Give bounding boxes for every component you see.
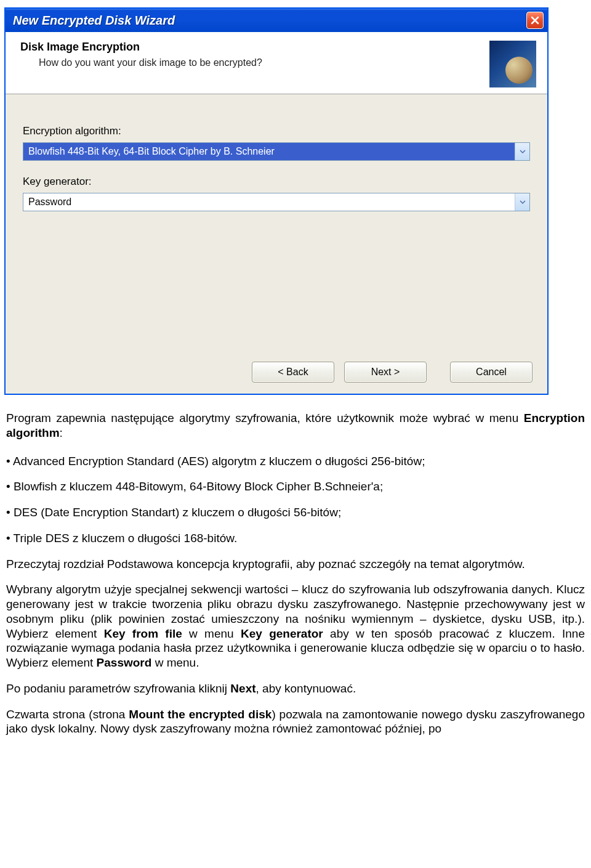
text: Program zapewnia następujące algorytmy s… <box>6 412 524 424</box>
doc-paragraph: Przeczytaj rozdział Podstawowa koncepcja… <box>6 557 585 572</box>
bullet-list: Advanced Encryption Standard (AES) algor… <box>6 454 585 546</box>
list-item: Blowfish z kluczem 448-Bitowym, 64-Bitow… <box>6 479 585 494</box>
keygen-dropdown[interactable]: Password <box>23 193 530 211</box>
next-button[interactable]: Next > <box>344 362 427 383</box>
text: Po podaniu parametrów szyfrowania klikni… <box>6 682 230 695</box>
close-button[interactable] <box>526 12 544 29</box>
wizard-icon <box>489 41 536 87</box>
doc-intro: Program zapewnia następujące algorytmy s… <box>6 411 585 440</box>
titlebar: New Encrypted Disk Wizard <box>6 9 547 32</box>
doc-paragraph: Wybrany algorytm użyje specjalnej sekwen… <box>6 582 585 670</box>
text-bold: Key from file <box>104 627 182 640</box>
text: , aby kontynuować. <box>256 682 356 695</box>
text: w menu <box>182 627 241 640</box>
cancel-button[interactable]: Cancel <box>450 362 533 383</box>
wizard-window: New Encrypted Disk Wizard Disk Image Enc… <box>4 7 549 395</box>
text: Czwarta strona (strona <box>6 708 129 721</box>
algorithm-dropdown-arrow[interactable] <box>515 143 529 160</box>
close-icon <box>530 15 540 25</box>
list-item: Advanced Encryption Standard (AES) algor… <box>6 454 585 469</box>
page-title: Disk Image Encryption <box>20 41 489 54</box>
keygen-dropdown-arrow[interactable] <box>515 193 529 211</box>
algorithm-selected-value: Blowfish 448-Bit Key, 64-Bit Block Ciphe… <box>23 143 515 160</box>
chevron-down-icon <box>520 200 526 204</box>
algorithm-label: Encryption algorithm: <box>23 125 530 137</box>
text-bold: Mount the encrypted disk <box>129 708 271 721</box>
algorithm-dropdown[interactable]: Blowfish 448-Bit Key, 64-Bit Block Ciphe… <box>23 142 530 161</box>
header-text-block: Disk Image Encryption How do you want yo… <box>20 41 489 87</box>
doc-paragraph: Po podaniu parametrów szyfrowania klikni… <box>6 681 585 696</box>
window-title: New Encrypted Disk Wizard <box>13 14 175 28</box>
text-bold: Next <box>230 682 255 695</box>
text: w menu. <box>151 656 199 669</box>
chevron-down-icon <box>520 150 526 153</box>
text-bold: Key generator <box>241 627 323 640</box>
wizard-button-row: < Back Next > Cancel <box>6 353 547 394</box>
list-item: Triple DES z kluczem o długości 168-bitó… <box>6 531 585 546</box>
wizard-content: Encryption algorithm: Blowfish 448-Bit K… <box>6 94 547 353</box>
text: : <box>60 426 63 439</box>
back-button[interactable]: < Back <box>252 362 334 383</box>
document-body: Program zapewnia następujące algorytmy s… <box>0 395 591 736</box>
list-item: DES (Date Encryption Standart) z kluczem… <box>6 505 585 520</box>
wizard-header: Disk Image Encryption How do you want yo… <box>6 32 547 94</box>
keygen-label: Key generator: <box>23 176 530 188</box>
page-subtitle: How do you want your disk image to be en… <box>39 57 489 68</box>
doc-paragraph: Czwarta strona (strona Mount the encrypt… <box>6 707 585 737</box>
text-bold: Password <box>97 656 152 669</box>
keygen-selected-value: Password <box>23 193 515 211</box>
